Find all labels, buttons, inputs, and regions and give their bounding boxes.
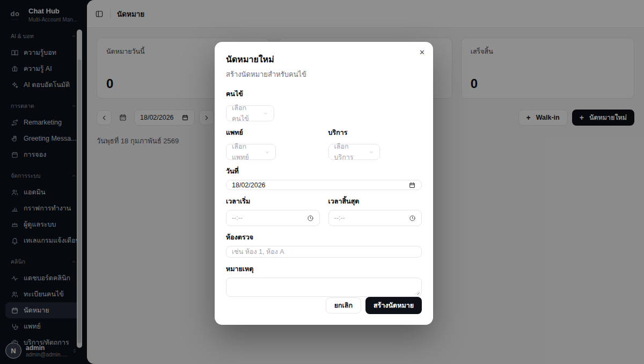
cancel-button[interactable]: ยกเลิก (326, 297, 361, 314)
chevron-down-icon (265, 149, 270, 155)
clock-icon (409, 215, 416, 222)
start-time-label: เวลาเริ่ม (226, 196, 320, 207)
date-label: วันที่ (226, 166, 422, 177)
modal-subtitle: สร้างนัดหมายสำหรับคนไข้ (226, 69, 422, 80)
patient-select[interactable]: เลือกคนไข้ (226, 105, 274, 121)
patient-label: คนไข้ (226, 89, 422, 99)
clock-icon (307, 215, 314, 222)
notes-label: หมายเหตุ (226, 264, 422, 274)
room-label: ห้องตรวจ (226, 232, 422, 243)
service-select[interactable]: เลือกบริการ (328, 144, 380, 160)
resize-handle-icon[interactable] (415, 290, 420, 295)
room-input[interactable]: เช่น ห้อง 1, ห้อง A (226, 246, 422, 258)
chevron-down-icon (263, 111, 268, 117)
doctor-select[interactable]: เลือกแพทย์ (226, 144, 276, 160)
doctor-label: แพทย์ (226, 127, 320, 138)
date-input[interactable]: 18/02/2026 (226, 180, 422, 190)
modal-title: นัดหมายใหม่ (226, 53, 422, 66)
close-icon[interactable]: ✕ (419, 49, 425, 56)
notes-textarea[interactable] (226, 278, 422, 297)
modal-footer: ยกเลิก สร้างนัดหมาย (226, 297, 422, 314)
service-label: บริการ (328, 127, 422, 138)
start-time-input[interactable]: --:-- (226, 210, 320, 226)
new-appointment-modal: ✕ นัดหมายใหม่ สร้างนัดหมายสำหรับคนไข้ คน… (215, 42, 433, 325)
end-time-input[interactable]: --:-- (328, 210, 422, 226)
chevron-down-icon (369, 149, 374, 155)
create-appointment-button[interactable]: สร้างนัดหมาย (365, 297, 422, 314)
calendar-glyph-icon (408, 181, 416, 189)
end-time-label: เวลาสิ้นสุด (328, 196, 422, 207)
